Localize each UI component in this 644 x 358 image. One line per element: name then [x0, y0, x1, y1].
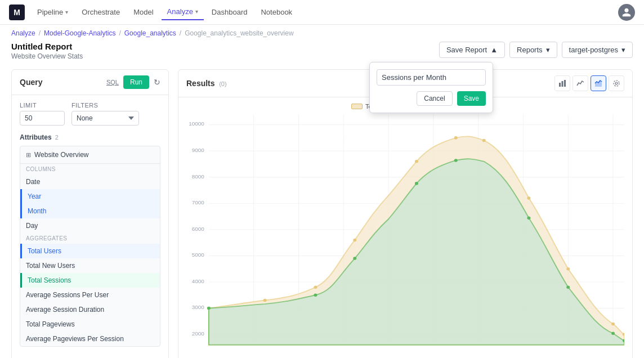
- save-report-button[interactable]: Save Report ▲: [439, 42, 505, 58]
- user-icon: [621, 7, 632, 17]
- svg-point-34: [263, 299, 267, 302]
- svg-text:10000: 10000: [189, 121, 204, 127]
- sql-button[interactable]: SQL: [106, 79, 119, 86]
- svg-rect-1: [562, 81, 564, 87]
- attr-total-new-users[interactable]: Total New Users: [20, 258, 160, 273]
- body-layout: Query SQL Run ↻ Limit Filters N: [11, 69, 633, 358]
- svg-point-37: [415, 160, 418, 163]
- dropdown-actions: Cancel Save: [377, 91, 486, 106]
- nav-notebook[interactable]: Notebook: [255, 5, 298, 20]
- svg-point-41: [566, 267, 570, 271]
- limit-input[interactable]: [20, 111, 65, 126]
- bar-chart-button[interactable]: [554, 75, 570, 91]
- svg-text:7000: 7000: [192, 199, 204, 205]
- svg-text:3000: 3000: [192, 305, 204, 311]
- nav-dashboard[interactable]: Dashboard: [206, 5, 253, 20]
- svg-point-46: [353, 257, 356, 260]
- header-actions: Save Report ▲ Reports ▾ target-postgres …: [439, 42, 633, 58]
- svg-text:8000: 8000: [192, 173, 204, 180]
- table-group-header: ⊞ Website Overview: [20, 146, 160, 164]
- query-panel: Query SQL Run ↻ Limit Filters N: [11, 69, 169, 358]
- nav-model[interactable]: Model: [128, 5, 159, 20]
- svg-text:9000: 9000: [192, 147, 204, 153]
- chevron-down-icon: ▾: [195, 8, 198, 15]
- breadcrumb-google-analytics[interactable]: Google_analytics: [124, 29, 176, 37]
- query-title: Query: [20, 78, 42, 87]
- breadcrumb-analyze[interactable]: Analyze: [11, 29, 35, 37]
- breadcrumb: Analyze / Model-Google-Analytics / Googl…: [0, 25, 644, 42]
- chart-svg-container: 10000 9000 8000 7000 6000 5000 4000 3000…: [186, 114, 624, 350]
- line-chart-icon: [576, 79, 584, 87]
- page-subtitle: Website Overview Stats: [11, 52, 83, 60]
- page-title: Untitled Report: [11, 42, 83, 51]
- svg-point-47: [415, 182, 418, 185]
- nav-analyze[interactable]: Analyze ▾: [162, 4, 204, 20]
- nav-pipeline[interactable]: Pipeline ▾: [32, 5, 74, 20]
- filters-select[interactable]: None: [71, 111, 139, 126]
- attr-total-pageviews[interactable]: Total Pageviews: [20, 317, 160, 332]
- svg-text:4000: 4000: [192, 278, 204, 284]
- svg-point-50: [566, 285, 570, 289]
- run-button[interactable]: Run: [123, 75, 149, 89]
- attr-year[interactable]: Year: [20, 189, 160, 204]
- attr-date[interactable]: Date: [20, 174, 160, 189]
- svg-point-36: [353, 239, 356, 242]
- chart-area: Total Sessions Total Users 10000 9000 80…: [178, 97, 632, 358]
- query-header-actions: SQL Run ↻: [106, 75, 160, 89]
- chart-type-buttons: [554, 75, 624, 91]
- chevron-down-icon: ▾: [621, 46, 625, 54]
- app-logo: M: [9, 5, 25, 20]
- cancel-button[interactable]: Cancel: [417, 91, 452, 106]
- page-title-block: Untitled Report Website Overview Stats: [11, 42, 83, 60]
- refresh-button[interactable]: ↻: [154, 78, 160, 87]
- attr-total-users[interactable]: Total Users: [20, 244, 160, 258]
- chevron-down-icon: ▾: [65, 9, 68, 15]
- results-title: Results: [186, 79, 215, 88]
- limit-group: Limit: [20, 102, 65, 126]
- svg-rect-2: [564, 80, 566, 87]
- top-navigation: M Pipeline ▾ Orchestrate Model Analyze ▾…: [0, 0, 644, 25]
- database-selector-button[interactable]: target-postgres ▾: [562, 42, 633, 58]
- svg-text:5000: 5000: [192, 252, 204, 258]
- area-chart-svg: 10000 9000 8000 7000 6000 5000 4000 3000…: [186, 114, 624, 350]
- breadcrumb-current: Google_analytics_website_overview: [185, 29, 293, 37]
- attr-avg-sessions-per-user[interactable]: Average Sessions Per User: [20, 288, 160, 302]
- attr-day[interactable]: Day: [20, 218, 160, 233]
- save-button[interactable]: Save: [457, 91, 486, 106]
- table-name: Website Overview: [34, 151, 88, 159]
- line-chart-button[interactable]: [573, 75, 588, 91]
- aggregates-label: Aggregates: [20, 233, 160, 244]
- results-count: (0): [219, 80, 226, 87]
- query-header: Query SQL Run ↻: [12, 70, 168, 95]
- attr-month[interactable]: Month: [20, 204, 160, 218]
- attributes-title: Attributes: [20, 133, 52, 141]
- attributes-header: Attributes 2: [20, 133, 160, 141]
- chevron-up-icon: ▲: [490, 46, 498, 54]
- filters-group: Filters None: [71, 102, 139, 126]
- attr-avg-pageviews-per-session[interactable]: Average Pageviews Per Session: [20, 332, 160, 346]
- attributes-count: 2: [55, 134, 59, 141]
- area-chart-button[interactable]: [591, 75, 606, 91]
- svg-text:2000: 2000: [192, 330, 204, 337]
- svg-point-39: [482, 139, 486, 142]
- columns-label: Columns: [20, 164, 160, 174]
- form-row-limit-filters: Limit Filters None: [20, 102, 160, 126]
- table-group: ⊞ Website Overview Columns Date Year Mon…: [20, 146, 160, 347]
- legend-sessions-color: [351, 104, 363, 109]
- report-name-input[interactable]: [377, 69, 486, 86]
- reports-button[interactable]: Reports ▾: [509, 42, 557, 58]
- breadcrumb-model[interactable]: Model-Google-Analytics: [44, 29, 115, 37]
- filters-label: Filters: [71, 102, 139, 109]
- nav-orchestrate[interactable]: Orchestrate: [76, 5, 126, 20]
- settings-button[interactable]: [609, 75, 624, 91]
- gear-icon: [612, 79, 620, 87]
- svg-text:6000: 6000: [192, 226, 204, 232]
- attr-avg-session-duration[interactable]: Average Session Duration: [20, 302, 160, 317]
- limit-label: Limit: [20, 102, 65, 109]
- main-content: Untitled Report Website Overview Stats S…: [0, 42, 644, 358]
- attr-total-sessions[interactable]: Total Sessions: [20, 273, 160, 288]
- page-header: Untitled Report Website Overview Stats S…: [11, 42, 633, 60]
- user-avatar[interactable]: [618, 4, 635, 21]
- svg-point-35: [314, 285, 317, 289]
- svg-point-4: [615, 82, 618, 84]
